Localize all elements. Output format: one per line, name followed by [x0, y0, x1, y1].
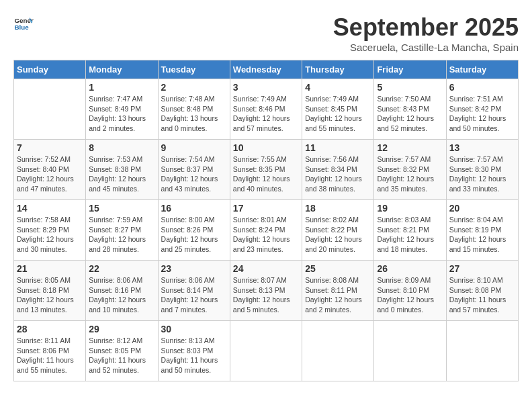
day-number: 29	[89, 324, 154, 334]
calendar-cell: 4Sunrise: 7:49 AM Sunset: 8:45 PM Daylig…	[302, 79, 374, 140]
calendar-week-3: 14Sunrise: 7:58 AM Sunset: 8:29 PM Dayli…	[14, 200, 519, 261]
calendar-cell: 2Sunrise: 7:48 AM Sunset: 8:48 PM Daylig…	[158, 79, 230, 140]
calendar-cell: 1Sunrise: 7:47 AM Sunset: 8:49 PM Daylig…	[86, 79, 158, 140]
calendar-cell: 8Sunrise: 7:53 AM Sunset: 8:38 PM Daylig…	[86, 140, 158, 200]
day-number: 20	[449, 203, 515, 214]
weekday-header-sunday: Sunday	[14, 60, 86, 79]
weekday-header-saturday: Saturday	[446, 60, 518, 79]
day-info: Sunrise: 7:49 AM Sunset: 8:45 PM Dayligh…	[305, 94, 371, 134]
calendar-week-1: 1Sunrise: 7:47 AM Sunset: 8:49 PM Daylig…	[14, 79, 519, 140]
weekday-header-friday: Friday	[374, 60, 446, 79]
calendar-week-5: 28Sunrise: 8:11 AM Sunset: 8:06 PM Dayli…	[14, 321, 519, 381]
day-info: Sunrise: 7:48 AM Sunset: 8:48 PM Dayligh…	[161, 94, 227, 134]
day-number: 16	[161, 203, 227, 214]
day-info: Sunrise: 8:03 AM Sunset: 8:21 PM Dayligh…	[377, 215, 443, 255]
calendar-cell	[374, 321, 446, 381]
day-info: Sunrise: 7:52 AM Sunset: 8:40 PM Dayligh…	[17, 154, 83, 194]
calendar-cell: 18Sunrise: 8:02 AM Sunset: 8:22 PM Dayli…	[302, 200, 374, 261]
calendar-title: September 2025	[333, 13, 519, 42]
title-section: September 2025 Saceruela, Castille-La Ma…	[333, 13, 519, 53]
day-number: 23	[161, 263, 227, 274]
calendar-week-2: 7Sunrise: 7:52 AM Sunset: 8:40 PM Daylig…	[14, 140, 519, 200]
calendar-cell: 22Sunrise: 8:06 AM Sunset: 8:16 PM Dayli…	[86, 261, 158, 321]
day-number: 8	[89, 142, 154, 153]
day-info: Sunrise: 7:51 AM Sunset: 8:42 PM Dayligh…	[449, 94, 515, 134]
weekday-header-thursday: Thursday	[302, 60, 374, 79]
weekday-header-monday: Monday	[86, 60, 158, 79]
weekday-header-tuesday: Tuesday	[158, 60, 230, 79]
day-number: 26	[377, 263, 443, 274]
calendar-cell: 14Sunrise: 7:58 AM Sunset: 8:29 PM Dayli…	[14, 200, 86, 261]
logo-icon: General Blue	[13, 13, 34, 34]
day-number: 18	[305, 203, 371, 214]
day-number: 13	[449, 142, 515, 153]
calendar-cell: 25Sunrise: 8:08 AM Sunset: 8:11 PM Dayli…	[302, 261, 374, 321]
day-number: 4	[305, 82, 371, 93]
day-number: 24	[233, 263, 299, 274]
calendar-cell: 28Sunrise: 8:11 AM Sunset: 8:06 PM Dayli…	[14, 321, 86, 381]
day-info: Sunrise: 7:56 AM Sunset: 8:34 PM Dayligh…	[305, 154, 371, 194]
day-number: 2	[161, 82, 227, 93]
calendar-cell	[302, 321, 374, 381]
calendar-cell	[230, 321, 302, 381]
day-info: Sunrise: 7:54 AM Sunset: 8:37 PM Dayligh…	[161, 154, 227, 194]
calendar-body: 1Sunrise: 7:47 AM Sunset: 8:49 PM Daylig…	[14, 79, 519, 381]
calendar-cell: 6Sunrise: 7:51 AM Sunset: 8:42 PM Daylig…	[446, 79, 518, 140]
weekday-header-wednesday: Wednesday	[230, 60, 302, 79]
day-number: 3	[233, 82, 299, 93]
calendar-cell: 13Sunrise: 7:57 AM Sunset: 8:30 PM Dayli…	[446, 140, 518, 200]
calendar-cell: 29Sunrise: 8:12 AM Sunset: 8:05 PM Dayli…	[86, 321, 158, 381]
page-header: General Blue September 2025 Saceruela, C…	[13, 13, 519, 53]
day-number: 14	[17, 203, 83, 214]
calendar-cell: 3Sunrise: 7:49 AM Sunset: 8:46 PM Daylig…	[230, 79, 302, 140]
calendar-cell: 20Sunrise: 8:04 AM Sunset: 8:19 PM Dayli…	[446, 200, 518, 261]
calendar-cell: 24Sunrise: 8:07 AM Sunset: 8:13 PM Dayli…	[230, 261, 302, 321]
day-info: Sunrise: 8:07 AM Sunset: 8:13 PM Dayligh…	[233, 275, 299, 315]
day-number: 6	[449, 82, 515, 93]
calendar-cell: 30Sunrise: 8:13 AM Sunset: 8:03 PM Dayli…	[158, 321, 230, 381]
calendar-cell: 21Sunrise: 8:05 AM Sunset: 8:18 PM Dayli…	[14, 261, 86, 321]
day-info: Sunrise: 8:10 AM Sunset: 8:08 PM Dayligh…	[449, 275, 515, 315]
day-info: Sunrise: 7:59 AM Sunset: 8:27 PM Dayligh…	[89, 215, 154, 255]
calendar-cell: 12Sunrise: 7:57 AM Sunset: 8:32 PM Dayli…	[374, 140, 446, 200]
day-info: Sunrise: 8:02 AM Sunset: 8:22 PM Dayligh…	[305, 215, 371, 255]
calendar-cell: 17Sunrise: 8:01 AM Sunset: 8:24 PM Dayli…	[230, 200, 302, 261]
day-info: Sunrise: 8:13 AM Sunset: 8:03 PM Dayligh…	[161, 336, 227, 375]
day-number: 21	[17, 263, 83, 274]
calendar-cell: 15Sunrise: 7:59 AM Sunset: 8:27 PM Dayli…	[86, 200, 158, 261]
day-number: 17	[233, 203, 299, 214]
calendar-cell: 5Sunrise: 7:50 AM Sunset: 8:43 PM Daylig…	[374, 79, 446, 140]
day-info: Sunrise: 8:05 AM Sunset: 8:18 PM Dayligh…	[17, 275, 83, 315]
day-number: 22	[89, 263, 154, 274]
day-number: 30	[161, 324, 227, 334]
day-info: Sunrise: 7:47 AM Sunset: 8:49 PM Dayligh…	[89, 94, 154, 134]
day-info: Sunrise: 8:04 AM Sunset: 8:19 PM Dayligh…	[449, 215, 515, 255]
logo: General Blue	[13, 13, 34, 34]
day-info: Sunrise: 8:01 AM Sunset: 8:24 PM Dayligh…	[233, 215, 299, 255]
day-info: Sunrise: 8:08 AM Sunset: 8:11 PM Dayligh…	[305, 275, 371, 315]
day-info: Sunrise: 8:06 AM Sunset: 8:16 PM Dayligh…	[89, 275, 154, 315]
day-number: 1	[89, 82, 154, 93]
calendar-cell: 23Sunrise: 8:06 AM Sunset: 8:14 PM Dayli…	[158, 261, 230, 321]
calendar-cell: 27Sunrise: 8:10 AM Sunset: 8:08 PM Dayli…	[446, 261, 518, 321]
day-info: Sunrise: 7:50 AM Sunset: 8:43 PM Dayligh…	[377, 94, 443, 134]
day-info: Sunrise: 7:53 AM Sunset: 8:38 PM Dayligh…	[89, 154, 154, 194]
day-info: Sunrise: 8:06 AM Sunset: 8:14 PM Dayligh…	[161, 275, 227, 315]
day-number: 27	[449, 263, 515, 274]
day-number: 12	[377, 142, 443, 153]
day-number: 9	[161, 142, 227, 153]
calendar-cell: 26Sunrise: 8:09 AM Sunset: 8:10 PM Dayli…	[374, 261, 446, 321]
calendar-cell: 11Sunrise: 7:56 AM Sunset: 8:34 PM Dayli…	[302, 140, 374, 200]
day-number: 11	[305, 142, 371, 153]
day-number: 25	[305, 263, 371, 274]
svg-text:Blue: Blue	[15, 24, 30, 31]
calendar-cell: 16Sunrise: 8:00 AM Sunset: 8:26 PM Dayli…	[158, 200, 230, 261]
day-number: 15	[89, 203, 154, 214]
calendar-cell: 19Sunrise: 8:03 AM Sunset: 8:21 PM Dayli…	[374, 200, 446, 261]
day-number: 5	[377, 82, 443, 93]
day-info: Sunrise: 7:55 AM Sunset: 8:35 PM Dayligh…	[233, 154, 299, 194]
calendar-cell: 10Sunrise: 7:55 AM Sunset: 8:35 PM Dayli…	[230, 140, 302, 200]
day-info: Sunrise: 7:57 AM Sunset: 8:32 PM Dayligh…	[377, 154, 443, 194]
day-info: Sunrise: 8:09 AM Sunset: 8:10 PM Dayligh…	[377, 275, 443, 315]
day-info: Sunrise: 8:12 AM Sunset: 8:05 PM Dayligh…	[89, 336, 154, 375]
